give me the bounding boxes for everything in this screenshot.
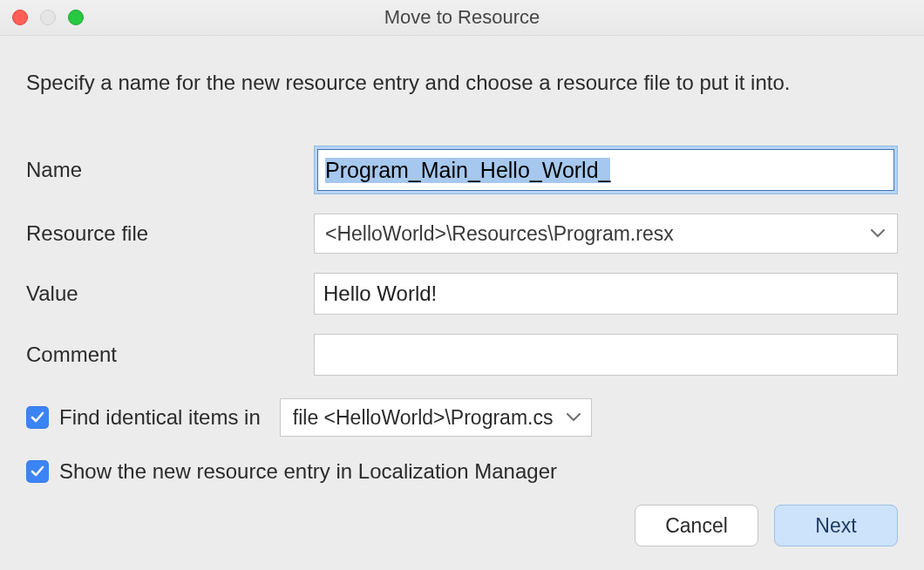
resource-file-value: <HelloWorld>\Resources\Program.resx xyxy=(325,222,674,246)
minimize-icon xyxy=(40,10,56,25)
label-value: Value xyxy=(26,282,314,306)
find-identical-scope-value: file <HelloWorld>\Program.cs xyxy=(293,406,554,430)
next-button[interactable]: Next xyxy=(774,505,898,546)
find-identical-row: Find identical items in file <HelloWorld… xyxy=(26,398,898,437)
form: Name Resource file <HelloWorld>\Resource… xyxy=(26,146,898,376)
find-identical-checkbox[interactable] xyxy=(26,406,49,429)
label-resource-file: Resource file xyxy=(26,221,314,246)
cancel-button[interactable]: Cancel xyxy=(635,505,758,546)
chevron-down-icon xyxy=(871,229,885,238)
show-in-lm-checkbox[interactable] xyxy=(26,460,49,483)
chevron-down-icon xyxy=(567,413,581,422)
zoom-icon[interactable] xyxy=(68,10,84,25)
show-in-lm-label: Show the new resource entry in Localizat… xyxy=(59,459,557,484)
value-input[interactable] xyxy=(314,273,898,315)
comment-input[interactable] xyxy=(314,334,898,376)
close-icon[interactable] xyxy=(12,10,28,25)
window-controls xyxy=(12,10,84,25)
name-input[interactable] xyxy=(317,149,894,191)
button-row: Cancel Next xyxy=(26,505,898,546)
window-title: Move to Resource xyxy=(384,6,540,29)
find-identical-label: Find identical items in xyxy=(59,405,261,430)
find-identical-scope-select[interactable]: file <HelloWorld>\Program.cs xyxy=(280,398,593,437)
dialog-prompt: Specify a name for the new resource entr… xyxy=(26,69,898,97)
show-in-lm-row: Show the new resource entry in Localizat… xyxy=(26,459,898,484)
name-field-focus-ring xyxy=(314,146,898,194)
label-comment: Comment xyxy=(26,343,314,367)
resource-file-select[interactable]: <HelloWorld>\Resources\Program.resx xyxy=(314,214,898,254)
label-name: Name xyxy=(26,158,314,182)
dialog-body: Specify a name for the new resource entr… xyxy=(0,36,924,570)
titlebar: Move to Resource xyxy=(0,0,924,36)
